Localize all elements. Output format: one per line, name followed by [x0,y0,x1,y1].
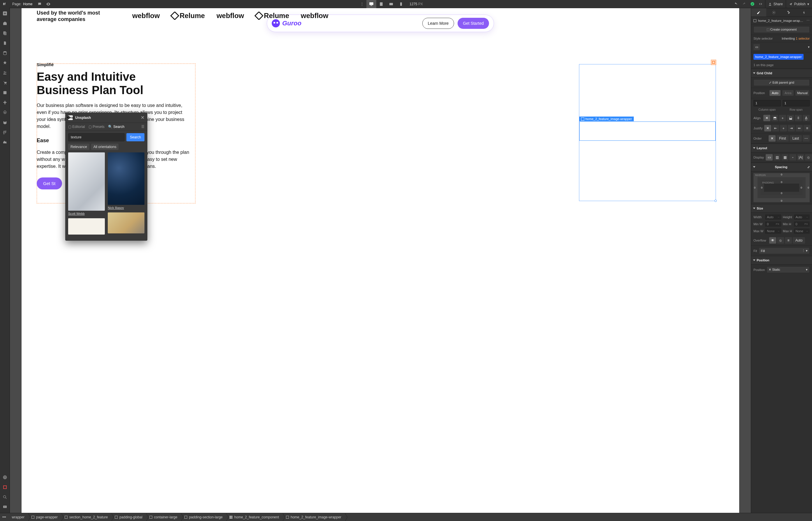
inheriting-label[interactable]: Inheriting 1 selector [782,37,810,40]
overflow-visible-icon[interactable]: 👁 [769,237,776,244]
display-block-icon[interactable]: ▭ [766,154,773,161]
canvas-width[interactable]: 1275 PX [406,2,426,6]
padding-bottom-value[interactable]: 0 [781,192,782,195]
justify-center-icon[interactable]: ＋ [780,125,787,131]
order-last-button[interactable]: Last [790,135,802,142]
align-center-icon[interactable]: ＋ [779,115,786,121]
breadcrumb-overflow[interactable]: ••• [0,515,8,519]
share-button[interactable]: Share [765,0,786,8]
justify-end-icon[interactable]: ⇥ [788,125,795,131]
state-selector[interactable]: ▭ [754,44,760,50]
more-icon[interactable]: ⋯ [807,19,810,22]
finishes-icon[interactable]: {F [1,129,8,136]
more-icon[interactable]: ⋮ [358,0,366,8]
help-icon[interactable]: ? [1,474,8,481]
selected-grid-area[interactable]: home_2_feature_image-wrapper [579,64,716,201]
device-tablet-landscape-button[interactable] [386,0,396,8]
display-none-icon[interactable]: ⦸ [805,154,812,161]
minw-input[interactable]: 0PX [765,222,781,227]
unsplash-search-button[interactable]: Search [126,133,144,141]
resize-handle[interactable] [714,200,717,202]
assets-icon[interactable] [1,60,8,66]
row-span-input[interactable] [783,100,810,106]
breadcrumb-item[interactable]: section_home_2_feature [61,513,111,521]
display-inline-icon[interactable]: |A| [797,154,804,161]
display-flex-icon[interactable]: ▥ [773,154,781,161]
breadcrumb-item[interactable]: container-large [146,513,181,521]
users-icon[interactable] [1,69,8,76]
justify-start-icon[interactable]: ⇤ [772,125,779,131]
margin-top-value[interactable]: 0 [781,173,782,176]
close-icon[interactable]: ✕ [141,115,144,120]
redo-icon[interactable] [740,0,749,8]
width-input[interactable]: Auto– [765,214,781,220]
logic-icon[interactable] [1,89,8,96]
justify-space-icon[interactable]: ≡ [804,125,811,131]
tab-search[interactable]: 🔍 Search [108,125,124,129]
device-tablet-button[interactable] [376,0,386,8]
result-credit-1[interactable]: Scott Webb [68,212,105,215]
maxh-input[interactable]: None– [794,228,810,234]
order-clear-icon[interactable]: ✕ [769,135,775,142]
components-icon[interactable] [1,40,8,47]
webflow-logo-icon[interactable] [0,0,9,8]
justify-stretch-icon[interactable]: ⇔ [796,125,803,131]
breadcrumb-item[interactable]: padding-global [111,513,146,521]
section-grid-child[interactable]: Grid Child [751,69,812,77]
search-icon[interactable] [1,494,8,501]
breadcrumb-item[interactable]: padding-section-large [181,513,226,521]
navigator-icon[interactable] [1,20,8,27]
selected-element-label[interactable]: home_2_feature_image-wrapper [579,117,634,121]
modal-menu-icon[interactable]: ☰ [141,125,144,129]
overflow-scroll-icon[interactable]: ≡ [785,237,792,244]
breadcrumb-item[interactable]: wrapper [8,513,28,521]
result-thumb-1[interactable] [68,152,105,211]
settings-icon[interactable] [1,109,8,116]
preview-icon[interactable] [44,0,53,8]
filter-relevance[interactable]: Relevance [68,144,89,150]
align-clear-icon[interactable]: ✕ [763,115,770,121]
gridchild-area-button[interactable]: Area [782,90,794,96]
audit-icon[interactable] [1,139,8,146]
spacing-editor[interactable]: MARGIN PADDING 0 0 0 0 0 0 0 0 [754,173,810,202]
breadcrumb-item[interactable]: page-wrapper [28,513,61,521]
display-grid-icon[interactable]: ▦ [782,154,788,161]
tutorials-icon[interactable] [1,503,8,511]
tab-editorial[interactable]: ▢ Editorial [68,125,85,129]
effects-tab[interactable] [797,8,812,17]
settings-tab[interactable] [766,8,782,17]
breadcrumb-item-current[interactable]: home_2_feature_image-wrapper [283,513,345,521]
section-size[interactable]: Size [751,204,812,213]
align-stretch-icon[interactable]: ⇳ [795,115,802,121]
result-thumb-3[interactable] [68,218,105,234]
publish-button[interactable]: Publish ▾ [786,0,812,8]
status-ok-icon[interactable] [749,0,756,8]
order-more-icon[interactable]: ⋯ [803,135,810,142]
selected-class-name[interactable]: home_2_feature_image-wrapper S… [758,19,805,22]
overflow-auto-button[interactable]: Auto [793,237,805,244]
variables-icon[interactable] [1,119,8,126]
padding-top-value[interactable]: 0 [781,181,782,184]
grid-area-badge-icon[interactable] [711,60,716,65]
maxw-input[interactable]: None– [765,228,781,234]
ecommerce-icon[interactable] [1,79,8,86]
unsplash-search-input[interactable] [68,133,125,141]
breadcrumb-item[interactable]: home_2_feature_component [226,513,282,521]
section-position[interactable]: Position [751,256,812,265]
section-spacing[interactable]: Spacing ⤢ [751,163,812,171]
align-end-icon[interactable]: ⬓ [787,115,794,121]
padding-left-value[interactable]: 0 [761,186,763,189]
margin-bottom-value[interactable]: 0 [781,199,782,202]
align-start-icon[interactable]: ⬒ [771,115,778,121]
create-component-button[interactable]: ⬚ Create component [754,26,810,33]
tab-presets[interactable]: ▢ Presets [89,125,104,129]
chevron-down-icon[interactable]: ▾ [808,45,810,49]
spacing-expand-icon[interactable]: ⤢ [807,165,810,169]
get-started-button[interactable]: Get St [37,178,62,189]
class-chip[interactable]: home_2_feature_image-wrapper [754,54,804,60]
section-layout[interactable]: Layout [751,144,812,152]
align-baseline-icon[interactable]: A̲ [803,115,810,121]
order-first-button[interactable]: First [777,135,789,142]
comments-icon[interactable] [35,0,44,8]
filter-orientation[interactable]: All orientations [91,144,119,150]
